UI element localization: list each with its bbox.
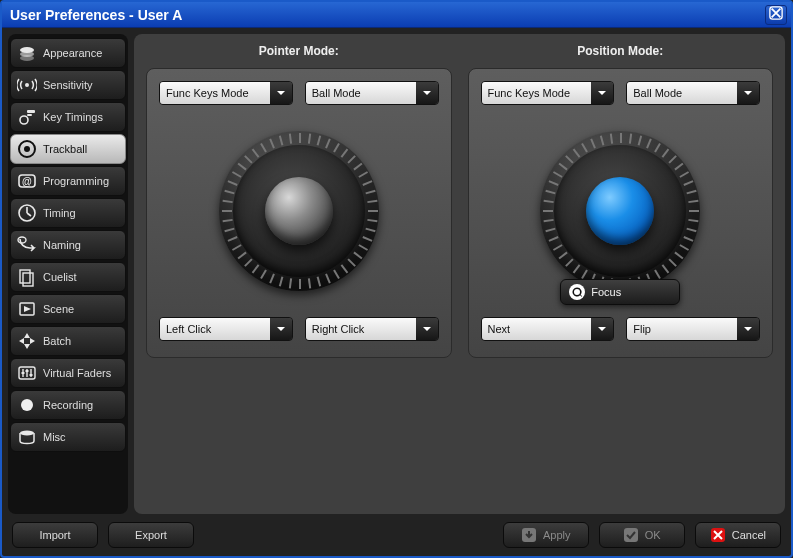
svg-point-13 [18,237,26,243]
sidebar-item-sensitivity[interactable]: Sensitivity [10,70,126,100]
pointer-left-click-combo[interactable]: Left Click [159,317,293,341]
focus-label: Focus [591,286,621,298]
key-timings-icon [17,107,37,127]
position-ball-mode-combo[interactable]: Ball Mode [626,81,760,105]
recording-icon [17,395,37,415]
chevron-down-icon [591,318,613,340]
sidebar-item-label: Recording [43,399,93,411]
sidebar-item-label: Trackball [43,143,87,155]
pointer-mode-title: Pointer Mode: [259,44,339,58]
trackball-ball-blue[interactable] [586,177,654,245]
svg-point-5 [20,116,28,124]
timing-icon [17,203,37,223]
combo-value: Ball Mode [627,82,737,104]
chevron-down-icon [270,82,292,104]
combo-value: Right Click [306,318,416,340]
sidebar-item-virtual-faders[interactable]: Virtual Faders [10,358,126,388]
focus-icon [569,284,585,300]
footer: Import Export Apply OK Cancel [2,520,791,556]
export-button[interactable]: Export [108,522,194,548]
chevron-down-icon [737,318,759,340]
sidebar-item-label: Timing [43,207,76,219]
button-label: OK [645,529,661,541]
sidebar-item-label: Batch [43,335,71,347]
position-mode-title: Position Mode: [577,44,663,58]
svg-point-4 [25,83,29,87]
pointer-func-keys-combo[interactable]: Func Keys Mode [159,81,293,105]
svg-rect-6 [27,110,35,113]
misc-icon [17,427,37,447]
appearance-icon [17,43,37,63]
ok-button[interactable]: OK [599,522,685,548]
svg-point-9 [24,146,30,152]
button-label: Export [135,529,167,541]
sidebar-item-trackball[interactable]: Trackball [10,134,126,164]
position-flip-combo[interactable]: Flip [626,317,760,341]
button-label: Cancel [732,529,766,541]
close-icon [769,6,783,23]
sidebar-item-naming[interactable]: Naming [10,230,126,260]
position-next-combo[interactable]: Next [481,317,615,341]
cuelist-icon [17,267,37,287]
window-title: User Preferences - User A [10,7,182,23]
combo-value: Left Click [160,318,270,340]
sidebar-item-misc[interactable]: Misc [10,422,126,452]
svg-rect-20 [30,374,33,376]
sidebar-item-key-timings[interactable]: Key Timings [10,102,126,132]
sidebar-item-programming[interactable]: @ Programming [10,166,126,196]
trackball-ball-grey[interactable] [265,177,333,245]
sidebar-item-label: Misc [43,431,66,443]
pointer-mode-pane: Pointer Mode: Func Keys Mode Ball Mode [146,44,452,504]
sidebar-item-appearance[interactable]: Appearance [10,38,126,68]
pointer-right-click-combo[interactable]: Right Click [305,317,439,341]
window: User Preferences - User A Appearance Sen… [0,0,793,558]
import-button[interactable]: Import [12,522,98,548]
close-button[interactable] [765,5,787,25]
programming-icon: @ [17,171,37,191]
sidebar-item-label: Scene [43,303,74,315]
chevron-down-icon [737,82,759,104]
position-mode-panel: Func Keys Mode Ball Mode [468,68,774,358]
svg-point-3 [20,55,34,61]
combo-value: Ball Mode [306,82,416,104]
combo-value: Func Keys Mode [482,82,592,104]
sidebar: Appearance Sensitivity Key Timings Track… [8,34,128,514]
position-mode-pane: Position Mode: Func Keys Mode Ball Mode [468,44,774,504]
apply-icon [521,527,537,543]
chevron-down-icon [416,318,438,340]
position-func-keys-combo[interactable]: Func Keys Mode [481,81,615,105]
apply-button[interactable]: Apply [503,522,589,548]
svg-rect-24 [624,528,638,542]
virtual-faders-icon [17,363,37,383]
sidebar-item-timing[interactable]: Timing [10,198,126,228]
sidebar-item-label: Virtual Faders [43,367,111,379]
svg-point-21 [21,399,33,411]
scene-icon [17,299,37,319]
position-trackball[interactable]: Focus [481,121,761,301]
button-label: Apply [543,529,571,541]
chevron-down-icon [416,82,438,104]
sidebar-item-batch[interactable]: Batch [10,326,126,356]
cancel-button[interactable]: Cancel [695,522,781,548]
naming-icon [17,235,37,255]
sidebar-item-label: Programming [43,175,109,187]
combo-value: Flip [627,318,737,340]
cancel-icon [710,527,726,543]
ok-icon [623,527,639,543]
pointer-ball-mode-combo[interactable]: Ball Mode [305,81,439,105]
combo-value: Next [482,318,592,340]
sidebar-item-cuelist[interactable]: Cuelist [10,262,126,292]
combo-value: Func Keys Mode [160,82,270,104]
sidebar-item-label: Appearance [43,47,102,59]
sidebar-item-label: Naming [43,239,81,251]
pointer-trackball[interactable] [159,121,439,301]
sidebar-item-label: Sensitivity [43,79,93,91]
svg-point-22 [20,431,34,436]
sensitivity-icon [17,75,37,95]
titlebar: User Preferences - User A [2,2,791,28]
svg-rect-18 [22,372,25,374]
sidebar-item-recording[interactable]: Recording [10,390,126,420]
svg-rect-14 [20,270,30,283]
sidebar-item-scene[interactable]: Scene [10,294,126,324]
focus-pill[interactable]: Focus [560,279,680,305]
